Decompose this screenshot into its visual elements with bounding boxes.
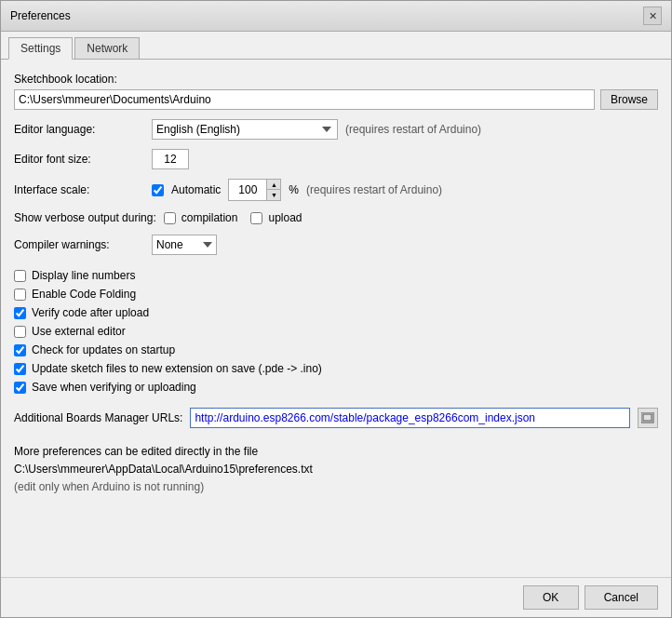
editor-language-label: Editor language: <box>14 123 144 136</box>
check-updates-label: Check for updates on startup <box>32 343 175 356</box>
svg-rect-1 <box>643 414 652 421</box>
save-verifying-checkbox[interactable] <box>14 382 26 394</box>
file-info-section: More preferences can be edited directly … <box>14 443 658 497</box>
checkboxes-section: Display line numbers Enable Code Folding… <box>14 268 658 395</box>
interface-scale-unit: % <box>289 183 299 196</box>
sketchbook-section: Sketchbook location: Browse <box>14 73 658 110</box>
display-line-label: Display line numbers <box>32 269 135 282</box>
sketchbook-row: Browse <box>14 89 658 110</box>
code-folding-checkbox[interactable] <box>14 289 26 301</box>
interface-scale-spinner: ▲ ▼ <box>228 179 281 201</box>
list-item: Check for updates on startup <box>14 343 658 357</box>
upload-label: upload <box>268 211 302 224</box>
preferences-window: Preferences ✕ Settings Network Sketchboo… <box>0 0 672 618</box>
interface-scale-hint: (requires restart of Arduino) <box>306 183 442 196</box>
spinner-buttons: ▲ ▼ <box>266 180 280 200</box>
boards-manager-input[interactable] <box>190 408 630 428</box>
code-folding-label: Enable Code Folding <box>32 288 136 301</box>
list-item: Enable Code Folding <box>14 287 658 302</box>
file-path-text: C:\Users\mmeurer\AppData\Local\Arduino15… <box>14 461 658 478</box>
list-item: Verify code after upload <box>14 305 658 320</box>
editor-font-size-input[interactable] <box>152 149 189 169</box>
compiler-warnings-label: Compiler warnings: <box>14 238 144 251</box>
boards-manager-icon-button[interactable] <box>638 408 658 428</box>
editor-language-row: Editor language: English (English) (requ… <box>14 119 658 140</box>
tabs-bar: Settings Network <box>1 32 671 60</box>
verify-upload-label: Verify code after upload <box>32 306 149 319</box>
interface-scale-auto-label: Automatic <box>171 183 221 196</box>
settings-content: Sketchbook location: Browse Editor langu… <box>1 60 671 577</box>
save-verifying-label: Save when verifying or uploading <box>32 381 196 394</box>
verify-upload-checkbox[interactable] <box>14 307 26 319</box>
sketchbook-input[interactable] <box>14 89 595 110</box>
interface-scale-value-input[interactable] <box>229 180 266 200</box>
boards-manager-label: Additional Boards Manager URLs: <box>14 411 182 424</box>
close-button[interactable]: ✕ <box>643 7 662 25</box>
list-item: Save when verifying or uploading <box>14 380 658 395</box>
browse-button[interactable]: Browse <box>600 89 658 110</box>
interface-scale-row: Interface scale: Automatic ▲ ▼ % (requir… <box>14 179 658 201</box>
cancel-button[interactable]: Cancel <box>585 585 658 610</box>
interface-scale-auto-checkbox[interactable] <box>152 184 164 196</box>
compilation-check-row: compilation <box>164 210 238 225</box>
edit-note-text: (edit only when Arduino is not running) <box>14 478 658 496</box>
window-title: Preferences <box>10 9 71 22</box>
check-updates-checkbox[interactable] <box>14 344 26 356</box>
title-bar: Preferences ✕ <box>1 1 671 32</box>
display-line-checkbox[interactable] <box>14 270 26 282</box>
editor-font-size-row: Editor font size: <box>14 149 658 169</box>
editor-language-hint: (requires restart of Arduino) <box>345 123 481 136</box>
upload-check-row: upload <box>250 210 302 225</box>
spinner-up-button[interactable]: ▲ <box>267 180 280 190</box>
tab-settings[interactable]: Settings <box>8 37 73 60</box>
update-sketch-label: Update sketch files to new extension on … <box>32 362 322 375</box>
compiler-warnings-row: Compiler warnings: None <box>14 235 658 255</box>
interface-scale-label: Interface scale: <box>14 183 144 196</box>
editor-font-size-label: Editor font size: <box>14 153 144 166</box>
upload-checkbox[interactable] <box>250 212 262 224</box>
ok-button[interactable]: OK <box>523 585 579 610</box>
external-editor-label: Use external editor <box>32 325 126 338</box>
verbose-output-row: Show verbose output during: compilation … <box>14 210 658 225</box>
compiler-warnings-select[interactable]: None <box>152 235 217 255</box>
verbose-check-group: compilation upload <box>164 210 302 225</box>
boards-manager-section: Additional Boards Manager URLs: <box>14 408 658 428</box>
compilation-label: compilation <box>181 211 238 224</box>
boards-manager-row: Additional Boards Manager URLs: <box>14 408 658 428</box>
compilation-checkbox[interactable] <box>164 212 176 224</box>
update-sketch-checkbox[interactable] <box>14 363 26 375</box>
list-item: Update sketch files to new extension on … <box>14 361 658 376</box>
more-prefs-text: More preferences can be edited directly … <box>14 443 658 461</box>
footer: OK Cancel <box>1 577 671 617</box>
spinner-down-button[interactable]: ▼ <box>267 190 280 200</box>
tab-network[interactable]: Network <box>74 37 140 59</box>
sketchbook-label: Sketchbook location: <box>14 73 658 86</box>
list-item: Use external editor <box>14 324 658 339</box>
list-item: Display line numbers <box>14 268 658 283</box>
editor-language-select[interactable]: English (English) <box>152 119 338 140</box>
external-editor-checkbox[interactable] <box>14 326 26 338</box>
verbose-output-label: Show verbose output during: <box>14 211 156 224</box>
